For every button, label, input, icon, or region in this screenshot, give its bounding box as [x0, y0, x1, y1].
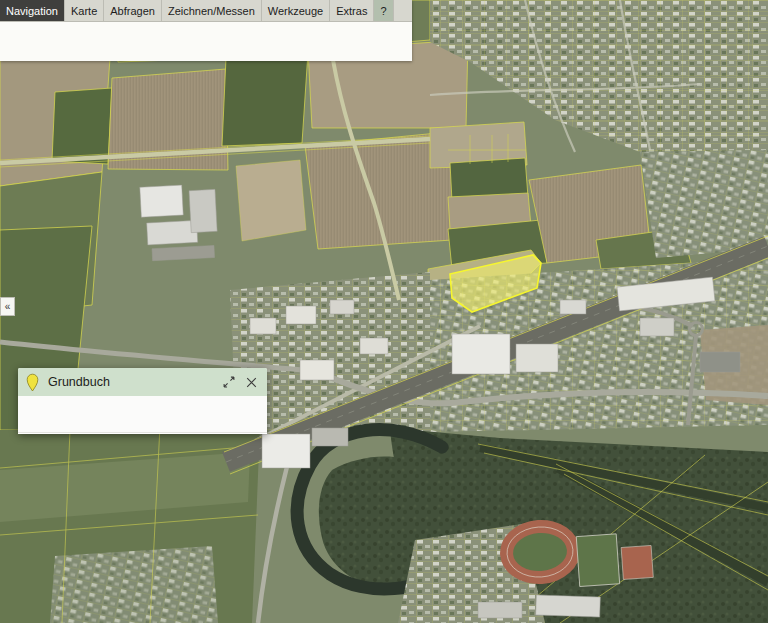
- menu-tab-karte[interactable]: Karte: [65, 0, 104, 21]
- panel-title: Grundbuch: [48, 375, 214, 389]
- menu-tab-extras[interactable]: Extras: [330, 0, 374, 21]
- panel-expand-button[interactable]: [222, 375, 236, 389]
- toolbar-button-gesamter-kartenauss[interactable]: [4, 25, 44, 26]
- map-canvas[interactable]: [0, 0, 768, 623]
- panel-rows: [18, 433, 267, 434]
- menu-tab-x[interactable]: ?: [374, 0, 393, 21]
- menu-tab-navigation[interactable]: Navigation: [0, 0, 65, 21]
- map-terrain: [0, 0, 768, 623]
- menu-tab-werkzeuge[interactable]: Werkzeuge: [262, 0, 330, 21]
- grundbuch-panel: Grundbuch: [18, 368, 267, 434]
- gis-app: NavigationKarteAbfragenZeichnen/MessenWe…: [0, 0, 768, 623]
- expand-icon: [222, 375, 236, 389]
- top-bar: NavigationKarteAbfragenZeichnen/MessenWe…: [0, 0, 412, 61]
- result-pin-icon: [26, 373, 39, 392]
- panel-toolbar: [18, 396, 267, 433]
- panel-close-button[interactable]: [244, 375, 259, 390]
- panel-header[interactable]: Grundbuch: [18, 368, 267, 396]
- main-toolbar: [0, 22, 412, 61]
- menu-tab-abfragen[interactable]: Abfragen: [104, 0, 162, 21]
- sidebar-collapse-button[interactable]: «: [0, 297, 15, 316]
- close-icon: [244, 375, 259, 390]
- menu-bar: NavigationKarteAbfragenZeichnen/MessenWe…: [0, 0, 412, 22]
- menu-tab-zeichnen-messen[interactable]: Zeichnen/Messen: [162, 0, 262, 21]
